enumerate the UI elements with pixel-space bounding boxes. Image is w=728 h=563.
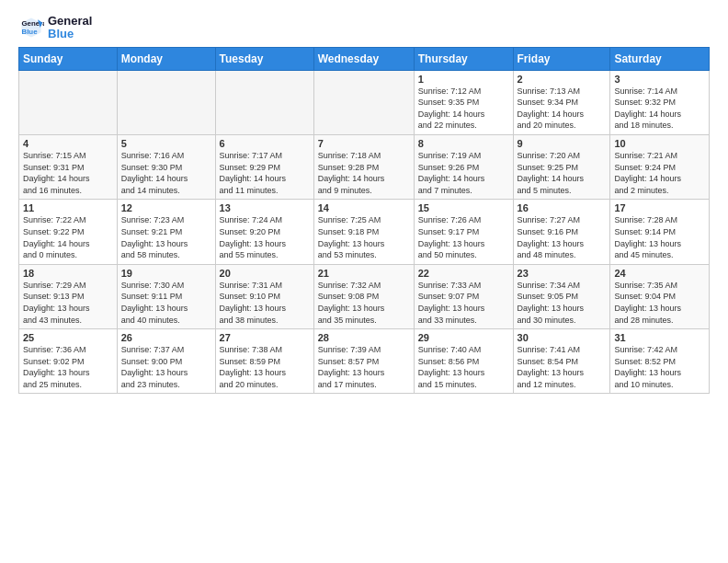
calendar-day-cell: 22Sunrise: 7:33 AM Sunset: 9:07 PM Dayli… xyxy=(414,264,513,328)
day-number: 21 xyxy=(318,268,410,279)
calendar-day-cell: 5Sunrise: 7:16 AM Sunset: 9:30 PM Daylig… xyxy=(117,134,215,199)
calendar-week-row: 25Sunrise: 7:36 AM Sunset: 9:02 PM Dayli… xyxy=(19,329,710,394)
calendar-week-row: 11Sunrise: 7:22 AM Sunset: 9:22 PM Dayli… xyxy=(19,200,710,264)
day-number: 16 xyxy=(518,202,607,213)
logo-text-line1: General xyxy=(48,15,92,28)
day-number: 2 xyxy=(518,74,607,85)
calendar-day-header: Monday xyxy=(117,47,215,70)
calendar-day-cell: 31Sunrise: 7:42 AM Sunset: 8:52 PM Dayli… xyxy=(610,329,710,394)
day-number: 18 xyxy=(23,268,113,279)
day-info: Sunrise: 7:42 AM Sunset: 8:52 PM Dayligh… xyxy=(614,344,705,390)
day-info: Sunrise: 7:18 AM Sunset: 9:28 PM Dayligh… xyxy=(318,150,410,196)
calendar-day-cell: 30Sunrise: 7:41 AM Sunset: 8:54 PM Dayli… xyxy=(513,329,610,394)
day-number: 15 xyxy=(418,202,509,213)
day-info: Sunrise: 7:29 AM Sunset: 9:13 PM Dayligh… xyxy=(23,280,113,326)
calendar-day-header: Sunday xyxy=(19,47,118,70)
calendar: SundayMondayTuesdayWednesdayThursdayFrid… xyxy=(18,47,710,395)
calendar-day-cell: 4Sunrise: 7:15 AM Sunset: 9:31 PM Daylig… xyxy=(19,134,118,199)
day-info: Sunrise: 7:13 AM Sunset: 9:34 PM Dayligh… xyxy=(518,86,607,132)
calendar-day-cell: 17Sunrise: 7:28 AM Sunset: 9:14 PM Dayli… xyxy=(610,200,710,264)
calendar-day-cell: 26Sunrise: 7:37 AM Sunset: 9:00 PM Dayli… xyxy=(117,329,215,394)
day-number: 13 xyxy=(220,202,310,213)
day-number: 3 xyxy=(614,74,705,85)
day-info: Sunrise: 7:17 AM Sunset: 9:29 PM Dayligh… xyxy=(220,150,310,196)
calendar-day-cell: 16Sunrise: 7:27 AM Sunset: 9:16 PM Dayli… xyxy=(513,200,610,264)
day-number: 7 xyxy=(318,138,410,149)
day-info: Sunrise: 7:26 AM Sunset: 9:17 PM Dayligh… xyxy=(418,214,509,260)
calendar-day-cell: 20Sunrise: 7:31 AM Sunset: 9:10 PM Dayli… xyxy=(215,264,313,328)
day-info: Sunrise: 7:34 AM Sunset: 9:05 PM Dayligh… xyxy=(518,280,607,326)
calendar-week-row: 4Sunrise: 7:15 AM Sunset: 9:31 PM Daylig… xyxy=(19,134,710,199)
day-number: 30 xyxy=(518,332,607,343)
day-number: 27 xyxy=(220,332,310,343)
day-info: Sunrise: 7:39 AM Sunset: 8:57 PM Dayligh… xyxy=(318,344,410,390)
day-info: Sunrise: 7:32 AM Sunset: 9:08 PM Dayligh… xyxy=(318,280,410,326)
calendar-day-cell xyxy=(19,70,118,134)
day-number: 14 xyxy=(318,202,410,213)
day-info: Sunrise: 7:40 AM Sunset: 8:56 PM Dayligh… xyxy=(418,344,509,390)
calendar-day-cell: 19Sunrise: 7:30 AM Sunset: 9:11 PM Dayli… xyxy=(117,264,215,328)
day-info: Sunrise: 7:12 AM Sunset: 9:35 PM Dayligh… xyxy=(418,86,509,132)
calendar-day-cell: 23Sunrise: 7:34 AM Sunset: 9:05 PM Dayli… xyxy=(513,264,610,328)
day-info: Sunrise: 7:22 AM Sunset: 9:22 PM Dayligh… xyxy=(23,214,113,260)
day-info: Sunrise: 7:37 AM Sunset: 9:00 PM Dayligh… xyxy=(121,344,211,390)
day-number: 8 xyxy=(418,138,509,149)
day-info: Sunrise: 7:31 AM Sunset: 9:10 PM Dayligh… xyxy=(220,280,310,326)
calendar-week-row: 18Sunrise: 7:29 AM Sunset: 9:13 PM Dayli… xyxy=(19,264,710,328)
calendar-week-row: 1Sunrise: 7:12 AM Sunset: 9:35 PM Daylig… xyxy=(19,70,710,134)
calendar-day-cell: 18Sunrise: 7:29 AM Sunset: 9:13 PM Dayli… xyxy=(19,264,118,328)
day-info: Sunrise: 7:33 AM Sunset: 9:07 PM Dayligh… xyxy=(418,280,509,326)
calendar-header-row: SundayMondayTuesdayWednesdayThursdayFrid… xyxy=(19,47,710,70)
day-number: 22 xyxy=(418,268,509,279)
header: General Blue General Blue xyxy=(18,15,710,41)
calendar-day-cell: 2Sunrise: 7:13 AM Sunset: 9:34 PM Daylig… xyxy=(513,70,610,134)
day-number: 12 xyxy=(121,202,211,213)
calendar-day-cell: 1Sunrise: 7:12 AM Sunset: 9:35 PM Daylig… xyxy=(414,70,513,134)
calendar-day-cell: 3Sunrise: 7:14 AM Sunset: 9:32 PM Daylig… xyxy=(610,70,710,134)
day-number: 17 xyxy=(614,202,705,213)
day-info: Sunrise: 7:19 AM Sunset: 9:26 PM Dayligh… xyxy=(418,150,509,196)
calendar-day-cell: 13Sunrise: 7:24 AM Sunset: 9:20 PM Dayli… xyxy=(215,200,313,264)
day-info: Sunrise: 7:14 AM Sunset: 9:32 PM Dayligh… xyxy=(614,86,705,132)
calendar-day-cell: 7Sunrise: 7:18 AM Sunset: 9:28 PM Daylig… xyxy=(313,134,414,199)
day-info: Sunrise: 7:28 AM Sunset: 9:14 PM Dayligh… xyxy=(614,214,705,260)
day-number: 5 xyxy=(121,138,211,149)
calendar-day-cell: 14Sunrise: 7:25 AM Sunset: 9:18 PM Dayli… xyxy=(313,200,414,264)
day-number: 25 xyxy=(23,332,113,343)
day-info: Sunrise: 7:25 AM Sunset: 9:18 PM Dayligh… xyxy=(318,214,410,260)
calendar-day-cell: 27Sunrise: 7:38 AM Sunset: 8:59 PM Dayli… xyxy=(215,329,313,394)
day-info: Sunrise: 7:23 AM Sunset: 9:21 PM Dayligh… xyxy=(121,214,211,260)
calendar-day-cell: 24Sunrise: 7:35 AM Sunset: 9:04 PM Dayli… xyxy=(610,264,710,328)
day-number: 28 xyxy=(318,332,410,343)
day-number: 10 xyxy=(614,138,705,149)
page: General Blue General Blue SundayMondayTu… xyxy=(0,0,728,408)
day-info: Sunrise: 7:41 AM Sunset: 8:54 PM Dayligh… xyxy=(518,344,607,390)
day-info: Sunrise: 7:30 AM Sunset: 9:11 PM Dayligh… xyxy=(121,280,211,326)
calendar-day-cell: 28Sunrise: 7:39 AM Sunset: 8:57 PM Dayli… xyxy=(313,329,414,394)
day-info: Sunrise: 7:24 AM Sunset: 9:20 PM Dayligh… xyxy=(220,214,310,260)
calendar-day-cell: 6Sunrise: 7:17 AM Sunset: 9:29 PM Daylig… xyxy=(215,134,313,199)
day-number: 1 xyxy=(418,74,509,85)
calendar-day-cell: 15Sunrise: 7:26 AM Sunset: 9:17 PM Dayli… xyxy=(414,200,513,264)
logo-icon: General Blue xyxy=(18,15,44,40)
calendar-day-cell: 25Sunrise: 7:36 AM Sunset: 9:02 PM Dayli… xyxy=(19,329,118,394)
calendar-day-header: Wednesday xyxy=(313,47,414,70)
day-number: 31 xyxy=(614,332,705,343)
day-info: Sunrise: 7:38 AM Sunset: 8:59 PM Dayligh… xyxy=(220,344,310,390)
calendar-day-cell: 29Sunrise: 7:40 AM Sunset: 8:56 PM Dayli… xyxy=(414,329,513,394)
calendar-day-cell: 9Sunrise: 7:20 AM Sunset: 9:25 PM Daylig… xyxy=(513,134,610,199)
calendar-day-cell: 12Sunrise: 7:23 AM Sunset: 9:21 PM Dayli… xyxy=(117,200,215,264)
logo-text-line2: Blue xyxy=(48,28,92,40)
day-number: 11 xyxy=(23,202,113,213)
day-info: Sunrise: 7:15 AM Sunset: 9:31 PM Dayligh… xyxy=(23,150,113,196)
calendar-day-cell: 8Sunrise: 7:19 AM Sunset: 9:26 PM Daylig… xyxy=(414,134,513,199)
day-info: Sunrise: 7:21 AM Sunset: 9:24 PM Dayligh… xyxy=(614,150,705,196)
day-number: 24 xyxy=(614,268,705,279)
logo: General Blue General Blue xyxy=(18,15,92,41)
day-info: Sunrise: 7:36 AM Sunset: 9:02 PM Dayligh… xyxy=(23,344,113,390)
day-number: 4 xyxy=(23,138,113,149)
calendar-day-cell xyxy=(215,70,313,134)
day-info: Sunrise: 7:16 AM Sunset: 9:30 PM Dayligh… xyxy=(121,150,211,196)
calendar-day-cell xyxy=(117,70,215,134)
calendar-day-header: Tuesday xyxy=(215,47,313,70)
